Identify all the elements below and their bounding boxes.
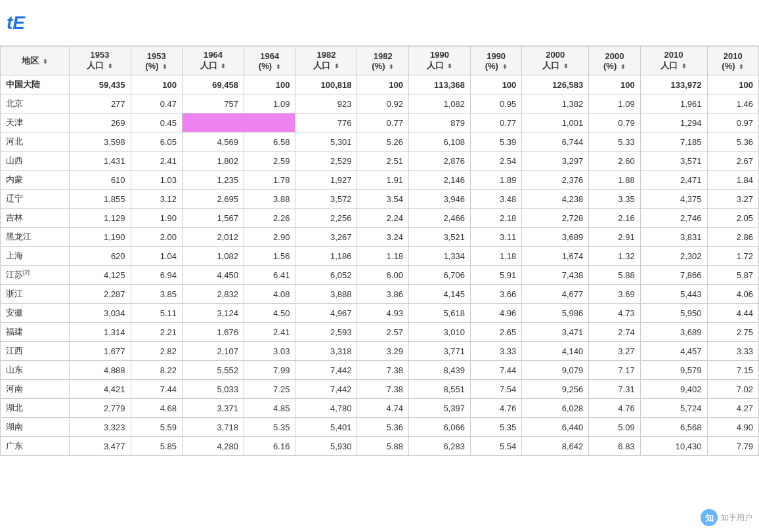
cell-p1990: 1,082 [408, 94, 470, 113]
cell-p1990: 6,108 [408, 133, 470, 152]
cell-p2000pct: 7.17 [589, 361, 640, 380]
cell-p1964: 2,832 [182, 285, 244, 304]
cell-p1953pct: 1.03 [131, 171, 182, 190]
col-2000pct[interactable]: 2000(%) ⬍ [589, 47, 640, 75]
watermark-text: 知乎用户 [721, 512, 752, 523]
cell-p1982: 3,267 [295, 228, 357, 247]
cell-p1990: 2,146 [408, 171, 470, 190]
cell-region: 安徽 [1, 304, 70, 323]
cell-p1982pct: 2.57 [357, 323, 408, 342]
cell-p2010pct: 5.36 [707, 133, 758, 152]
sort-icon-2000pop: ⬍ [563, 63, 569, 70]
svg-text:知: 知 [705, 513, 714, 523]
cell-p1982pct: 4.93 [357, 304, 408, 323]
cell-p2010pct: 4.90 [707, 418, 758, 437]
cell-p1982: 776 [295, 113, 357, 133]
cell-p1982: 7,442 [295, 380, 357, 399]
cell-p1990: 3,771 [408, 342, 470, 361]
cell-p1964: 1,802 [182, 152, 244, 171]
cell-p2010: 1,961 [640, 94, 707, 113]
cell-p2000: 9,079 [522, 361, 589, 380]
cell-region: 湖南 [1, 418, 70, 437]
cell-p1990pct: 0.77 [470, 113, 521, 133]
cell-p2010: 5,724 [640, 399, 707, 418]
cell-p2000: 1,382 [522, 94, 589, 113]
col-1953pct[interactable]: 1953(%) ⬍ [131, 47, 182, 75]
cell-p1964pct: 7.99 [244, 361, 295, 380]
cell-p1953pct: 8.22 [131, 361, 182, 380]
cell-p1982pct: 3.86 [357, 285, 408, 304]
cell-p2000pct: 5.33 [589, 133, 640, 152]
cell-p1982: 3,318 [295, 342, 357, 361]
logo: tE [7, 12, 25, 33]
sort-icon-2010pop: ⬍ [682, 63, 687, 70]
cell-p2010: 9,402 [640, 380, 707, 399]
cell-p1964pct: 7.25 [244, 380, 295, 399]
col-region[interactable]: 地区 ⬍ [1, 47, 70, 75]
cell-p1964: 3,371 [182, 399, 244, 418]
cell-region: 黑龙江 [1, 228, 70, 247]
cell-p2010: 133,972 [640, 75, 707, 94]
cell-p2010pct: 2.86 [707, 228, 758, 247]
col-2010pct[interactable]: 2010(%) ⬍ [707, 47, 758, 75]
col-1982pct[interactable]: 1982(%) ⬍ [357, 47, 408, 75]
cell-p1953pct: 4.68 [131, 399, 182, 418]
cell-p1982: 4,780 [295, 399, 357, 418]
cell-p1953pct: 5.85 [131, 437, 182, 456]
cell-p2010: 1,294 [640, 113, 707, 133]
col-1953pop[interactable]: 1953人口 ⬍ [69, 47, 131, 75]
col-1990pop[interactable]: 1990人口 ⬍ [408, 47, 470, 75]
cell-p1990: 3,946 [408, 190, 470, 209]
col-2010pop[interactable]: 2010人口 ⬍ [640, 47, 707, 75]
col-1982pop[interactable]: 1982人口 ⬍ [295, 47, 357, 75]
cell-p2000: 6,028 [522, 399, 589, 418]
cell-p1964pct: 3.88 [244, 190, 295, 209]
col-1964pop[interactable]: 1964人口 ⬍ [182, 47, 244, 75]
col-1964pct[interactable]: 1964(%) ⬍ [244, 47, 295, 75]
cell-p1964: 1,082 [182, 247, 244, 266]
cell-p1964: 3,718 [182, 418, 244, 437]
sort-icon-1990pct: ⬍ [502, 64, 508, 70]
cell-region: 北京 [1, 94, 70, 113]
cell-p1953: 3,598 [69, 133, 131, 152]
cell-p1982pct: 4.74 [357, 399, 408, 418]
page-wrapper: tE 地区 ⬍ 1953人口 ⬍ 1953(%) ⬍ 1964人口 ⬍ [0, 0, 759, 532]
cell-p2010: 5,950 [640, 304, 707, 323]
cell-p2010pct: 3.27 [707, 190, 758, 209]
cell-p1964: 2,107 [182, 342, 244, 361]
cell-p1982: 3,888 [295, 285, 357, 304]
top-bar: tE [0, 0, 759, 46]
cell-p2010: 9,579 [640, 361, 707, 380]
cell-p2000pct: 1.88 [589, 171, 640, 190]
col-1990pct[interactable]: 1990(%) ⬍ [470, 47, 521, 75]
cell-p1982pct: 0.92 [357, 94, 408, 113]
cell-p1982pct: 2.24 [357, 209, 408, 228]
cell-p1964pct: 2.41 [244, 323, 295, 342]
cell-region: 山西 [1, 152, 70, 171]
cell-p1982: 2,593 [295, 323, 357, 342]
cell-p1990: 113,368 [408, 75, 470, 94]
cell-p1953pct: 7.44 [131, 380, 182, 399]
cell-p1990: 2,466 [408, 209, 470, 228]
cell-p2010pct: 1.84 [707, 171, 758, 190]
table-row: 广东3,4775.854,2806.165,9305.886,2835.548,… [1, 437, 759, 456]
cell-p1964: 4,569 [182, 133, 244, 152]
cell-p2010pct: 4.06 [707, 285, 758, 304]
cell-p2000: 126,583 [522, 75, 589, 94]
cell-p1953pct: 3.85 [131, 285, 182, 304]
cell-p1990pct: 2.54 [470, 152, 521, 171]
sort-icon-1982pct: ⬍ [389, 64, 394, 70]
cell-p1964: 1,567 [182, 209, 244, 228]
cell-p2010pct: 4.27 [707, 399, 758, 418]
cell-p1953: 1,677 [69, 342, 131, 361]
table-row: 湖南3,3235.593,7185.355,4015.366,0665.356,… [1, 418, 759, 437]
cell-p2010: 2,302 [640, 247, 707, 266]
cell-p1990: 3,010 [408, 323, 470, 342]
col-2000pop[interactable]: 2000人口 ⬍ [522, 47, 589, 75]
cell-p1982: 5,930 [295, 437, 357, 456]
cell-p2010: 7,185 [640, 133, 707, 152]
cell-region: 河南 [1, 380, 70, 399]
cell-p2000: 4,238 [522, 190, 589, 209]
cell-p1982pct: 100 [357, 75, 408, 94]
cell-p1964pct: 1.56 [244, 247, 295, 266]
